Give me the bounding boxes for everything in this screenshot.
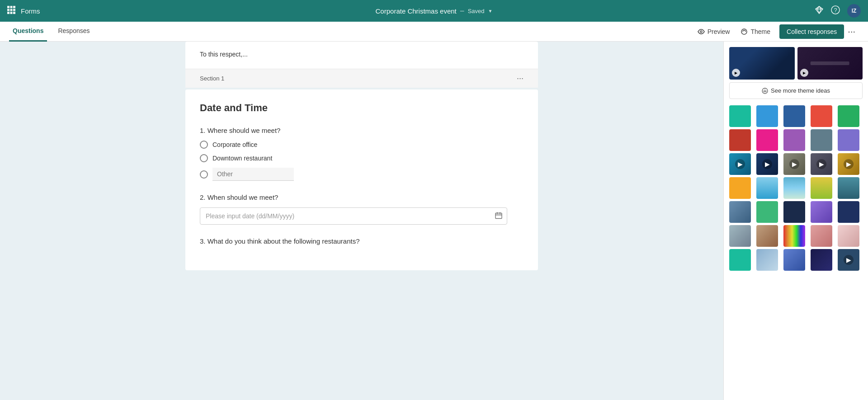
date-placeholder: Please input date (dd/MM/yyyy): [206, 212, 294, 220]
customized-theme-swatch[interactable]: Customized Theme: [838, 225, 859, 247]
color-warm[interactable]: [756, 225, 778, 247]
play-icon-3: ▶: [789, 159, 799, 169]
color-lavender[interactable]: [838, 129, 859, 151]
color-slate[interactable]: [811, 129, 832, 151]
header-right-icons: ? IZ: [815, 4, 861, 18]
play-icon-5: ▶: [844, 159, 854, 169]
play-icon-1: ▶: [735, 159, 745, 169]
svg-rect-6: [7, 12, 9, 14]
q1-label-corporate: Corporate office: [212, 141, 257, 148]
color-mist[interactable]: [729, 225, 751, 247]
question-section-title: Date and Time: [200, 102, 524, 114]
color-scene3[interactable]: [838, 177, 859, 199]
theme-thumb-dark[interactable]: ▶: [797, 47, 863, 80]
svg-text:?: ?: [834, 7, 837, 14]
date-input-wrapper[interactable]: Please input date (dd/MM/yyyy): [200, 207, 507, 225]
tab-questions[interactable]: Questions: [9, 22, 47, 42]
form-area: To this respect,... Section 1 ··· Date a…: [0, 42, 723, 400]
color-row-6: Customized Theme: [729, 225, 863, 247]
color-blue[interactable]: [756, 105, 778, 127]
color-red[interactable]: [729, 129, 751, 151]
question-2-block: 2. When should we meet? Please input dat…: [200, 193, 524, 225]
color-row-1: [729, 105, 863, 127]
svg-rect-3: [7, 9, 9, 11]
color-rose[interactable]: [811, 225, 832, 247]
color-row-2: [729, 129, 863, 151]
color-space[interactable]: [811, 249, 832, 271]
video-swatch-3[interactable]: ▶: [783, 153, 805, 175]
svg-rect-7: [10, 12, 13, 14]
color-pencils[interactable]: [783, 225, 805, 247]
color-scene1[interactable]: [783, 177, 805, 199]
video-swatch-5[interactable]: ▶: [838, 153, 859, 175]
color-waves[interactable]: [756, 249, 778, 271]
color-row-4: [729, 177, 863, 199]
color-teal[interactable]: [729, 105, 751, 127]
more-options-button[interactable]: ···: [844, 24, 859, 39]
sub-bar: Questions Responses Preview Theme Collec…: [0, 22, 868, 42]
color-row-5: [729, 201, 863, 223]
q1-option-other[interactable]: [200, 168, 524, 181]
play-button-concert[interactable]: ▶: [732, 69, 740, 77]
color-green[interactable]: [838, 105, 859, 127]
color-amber[interactable]: [729, 177, 751, 199]
svg-rect-2: [13, 6, 15, 8]
collect-responses-button[interactable]: Collect responses: [779, 24, 844, 39]
separator: –: [460, 7, 464, 15]
q1-label-downtown: Downtown restaurant: [212, 155, 272, 162]
intro-card: To this respect,... Section 1 ···: [185, 42, 538, 88]
doc-title[interactable]: Corporate Christmas event: [376, 7, 457, 15]
video-swatch-4[interactable]: ▶: [811, 153, 832, 175]
video-swatch-special[interactable]: ▶: [838, 249, 859, 271]
play-icon-special: ▶: [844, 255, 854, 265]
color-row-3: ▶ ▶ ▶ ▶ ▶: [729, 153, 863, 175]
grid-icon[interactable]: [7, 6, 15, 16]
section-options-button[interactable]: ···: [517, 74, 524, 83]
theme-panel: ▶ ▶ See more theme ideas: [723, 42, 868, 400]
saved-status: Saved: [468, 8, 485, 14]
radio-downtown[interactable]: [200, 154, 208, 162]
theme-thumb-concert[interactable]: ▶: [729, 47, 795, 80]
radio-other[interactable]: [200, 170, 208, 179]
video-swatch-2[interactable]: ▶: [756, 153, 778, 175]
help-icon[interactable]: ?: [831, 5, 840, 16]
question-1-block: 1. Where should we meet? Corporate offic…: [200, 127, 524, 181]
color-teal2[interactable]: [729, 249, 751, 271]
radio-corporate[interactable]: [200, 141, 208, 149]
color-midnight[interactable]: [838, 201, 859, 223]
q1-option-corporate[interactable]: Corporate office: [200, 141, 524, 149]
color-purple[interactable]: [783, 129, 805, 151]
color-skyblue[interactable]: [756, 177, 778, 199]
color-navy[interactable]: [783, 201, 805, 223]
video-swatch-1[interactable]: ▶: [729, 153, 751, 175]
color-pink[interactable]: [756, 129, 778, 151]
question-2-text: 2. When should we meet?: [200, 193, 524, 201]
q1-other-input[interactable]: [212, 168, 294, 181]
color-violet[interactable]: [811, 201, 832, 223]
color-grid-container: ▶ ▶ ▶ ▶ ▶: [729, 105, 863, 271]
dropdown-arrow-icon[interactable]: ▼: [488, 9, 493, 14]
intro-text: To this respect,...: [185, 42, 538, 69]
q1-option-downtown[interactable]: Downtown restaurant: [200, 154, 524, 162]
color-darkblue[interactable]: [783, 105, 805, 127]
see-more-themes-button[interactable]: See more theme ideas: [729, 82, 863, 99]
avatar[interactable]: IZ: [847, 4, 861, 18]
calendar-icon: [495, 212, 502, 221]
color-orange[interactable]: [811, 105, 832, 127]
svg-rect-8: [13, 12, 15, 14]
question-3-text: 3. What do you think about the following…: [200, 237, 524, 245]
preview-button[interactable]: Preview: [692, 25, 736, 38]
color-lime[interactable]: [756, 201, 778, 223]
theme-thumbnails-top: ▶ ▶: [729, 47, 863, 80]
question-3-block: 3. What do you think about the following…: [200, 237, 524, 245]
top-bar: Forms Corporate Christmas event – Saved …: [0, 0, 868, 22]
color-curves[interactable]: [783, 249, 805, 271]
play-button-dark[interactable]: ▶: [800, 69, 808, 77]
theme-button[interactable]: Theme: [735, 25, 776, 38]
tab-responses[interactable]: Responses: [54, 22, 93, 42]
color-scene2[interactable]: [811, 177, 832, 199]
color-steelblue[interactable]: [729, 201, 751, 223]
svg-rect-1: [10, 6, 13, 8]
form-content: To this respect,... Section 1 ··· Date a…: [185, 42, 538, 288]
svg-marker-9: [816, 6, 823, 14]
